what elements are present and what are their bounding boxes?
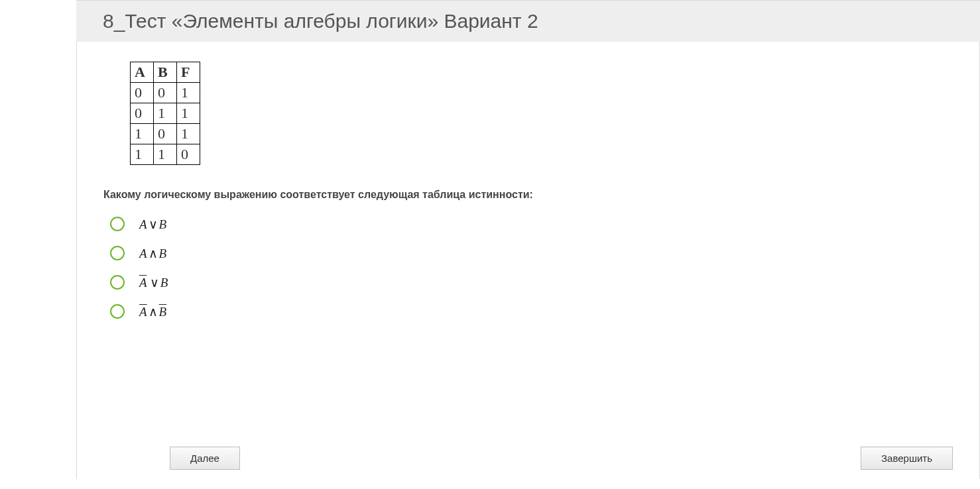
answer-options: A ∨ BA ∧ BA ∨ BA ∧ B (110, 217, 953, 319)
table-cell: 1 (154, 103, 177, 124)
next-button[interactable]: Далее (170, 447, 240, 470)
question-text: Какому логическому выражению соответству… (103, 189, 953, 201)
table-row: 110 (131, 144, 200, 165)
footer-buttons: Далее Завершить (103, 447, 953, 470)
table-cell: 0 (154, 124, 177, 144)
answer-option[interactable]: A ∨ B (110, 217, 953, 231)
question-panel: ABF 001011101110 Какому логическому выра… (76, 42, 980, 479)
page-header: 8_Тест «Элементы алгебры логики» Вариант… (76, 0, 980, 42)
table-header: A (131, 62, 154, 83)
radio-icon[interactable] (110, 217, 125, 231)
table-cell: 1 (131, 124, 154, 144)
table-cell: 0 (131, 103, 154, 124)
table-cell: 0 (131, 83, 154, 103)
option-label: A ∨ B (139, 276, 168, 289)
option-label: A ∨ B (139, 218, 166, 231)
table-cell: 1 (154, 144, 177, 165)
finish-button[interactable]: Завершить (861, 447, 953, 470)
table-row: 101 (131, 124, 200, 144)
table-header: F (177, 62, 200, 83)
table-cell: 1 (177, 103, 200, 124)
table-header: B (154, 62, 177, 83)
answer-option[interactable]: A ∧ B (110, 246, 953, 260)
option-label: A ∧ B (139, 305, 166, 318)
radio-icon[interactable] (110, 246, 125, 260)
table-row: 001 (131, 83, 200, 103)
truth-table: ABF 001011101110 (130, 62, 200, 165)
table-cell: 1 (131, 144, 154, 165)
page-title: 8_Тест «Элементы алгебры логики» Вариант… (103, 10, 953, 32)
option-label: A ∧ B (139, 247, 166, 260)
table-cell: 1 (177, 83, 200, 103)
answer-option[interactable]: A ∨ B (110, 275, 953, 290)
table-row: 011 (131, 103, 200, 124)
answer-option[interactable]: A ∧ B (110, 304, 953, 319)
radio-icon[interactable] (110, 304, 125, 319)
table-cell: 0 (177, 144, 200, 165)
radio-icon[interactable] (110, 275, 125, 290)
table-cell: 1 (177, 124, 200, 144)
table-cell: 0 (154, 83, 177, 103)
